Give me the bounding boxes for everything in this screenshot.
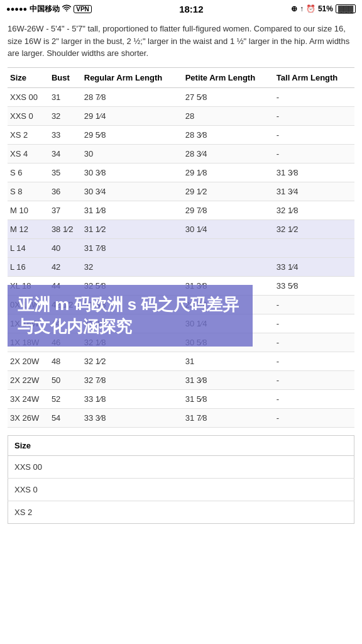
table-cell: 31 7⁄8 xyxy=(183,408,274,427)
table-row: XS 23329 5⁄828 3⁄8- xyxy=(8,125,354,144)
table-cell: 30 xyxy=(82,144,183,163)
table-cell: - xyxy=(274,314,354,333)
second-table: Size XXS 00XXS 0XS 2 xyxy=(8,435,354,524)
location-icon: ⊕ xyxy=(291,4,297,13)
table-row: XXS 03229 1⁄428- xyxy=(8,106,354,125)
table-cell: 31 xyxy=(49,87,82,106)
table-cell: 3X 24W xyxy=(8,389,49,408)
table-row: L 144031 7⁄8 xyxy=(8,238,354,257)
table-cell: 28 xyxy=(183,106,274,125)
table-cell: 32 1⁄2 xyxy=(274,219,354,238)
table-cell: - xyxy=(274,352,354,370)
table-row: 3X 24W5233 1⁄831 5⁄8- xyxy=(8,389,354,408)
table-cell: - xyxy=(274,295,354,314)
main-content: 16W-26W - 5'4" - 5'7" tall, proportioned… xyxy=(0,18,362,524)
carrier-label: 中国移动 xyxy=(30,4,60,14)
table-cell: 42 xyxy=(49,257,82,276)
list-item: XXS 00 xyxy=(8,455,354,478)
table-cell: 35 xyxy=(49,163,82,182)
list-item: XS 2 xyxy=(8,501,354,523)
table-cell: - xyxy=(274,408,354,427)
table-cell: 36 xyxy=(49,182,82,201)
table-cell: 31 3⁄8 xyxy=(274,163,354,182)
signal-dots: ●●●●● xyxy=(6,5,27,13)
table-cell: - xyxy=(274,370,354,389)
table-cell: 40 xyxy=(49,238,82,257)
table-row: M 103731 1⁄829 7⁄832 1⁄8 xyxy=(8,201,354,219)
col-bust: Bust xyxy=(49,67,82,87)
table-cell: - xyxy=(274,333,354,352)
table-cell: 29 1⁄4 xyxy=(82,106,183,125)
table-cell: 50 xyxy=(49,370,82,389)
table-cell: 30 1⁄4 xyxy=(183,219,274,238)
table-cell: M 12 xyxy=(8,219,49,238)
table-row: L 16423233 1⁄4 xyxy=(8,257,354,276)
table-cell: 33 3⁄8 xyxy=(82,408,183,427)
table-cell: L 16 xyxy=(8,257,49,276)
battery-label: 51% xyxy=(318,4,333,13)
table-cell: - xyxy=(274,389,354,408)
col-petite: Petite Arm Length xyxy=(183,67,274,87)
table-cell: 33 5⁄8 xyxy=(274,276,354,295)
table-cell: 29 1⁄8 xyxy=(183,163,274,182)
table-cell: 28 7⁄8 xyxy=(82,87,183,106)
table-cell: 54 xyxy=(49,408,82,427)
table-row: 2X 22W5032 7⁄831 3⁄8- xyxy=(8,370,354,389)
overlay-banner: 亚洲 m 码欧洲 s 码之尺码差异与文化内涵探究 xyxy=(8,285,253,347)
table-cell: XXS 0 xyxy=(8,106,49,125)
table-cell: 33 1⁄4 xyxy=(274,257,354,276)
table-cell xyxy=(183,238,274,257)
table-cell: 37 xyxy=(49,201,82,219)
table-cell: M 10 xyxy=(8,201,49,219)
table-cell: 52 xyxy=(49,389,82,408)
table-cell: 28 3⁄8 xyxy=(183,125,274,144)
table-cell: 30 3⁄4 xyxy=(82,182,183,201)
table-wrapper: 亚洲 m 码欧洲 s 码之尺码差异与文化内涵探究 Size Bust Regul… xyxy=(8,67,354,428)
table-cell: XS 2 xyxy=(8,125,49,144)
status-right: ⊕ ↑ ⏰ 51% ▓▓▓ xyxy=(291,4,356,13)
status-left: ●●●●● 中国移动 VPN xyxy=(6,4,92,14)
table-cell: 31 1⁄8 xyxy=(82,201,183,219)
table-cell: S 8 xyxy=(8,182,49,201)
second-table-header: Size xyxy=(8,435,354,455)
table-cell: 30 3⁄8 xyxy=(82,163,183,182)
table-cell xyxy=(274,238,354,257)
description-text: 16W-26W - 5'4" - 5'7" tall, proportioned… xyxy=(8,23,354,60)
table-row: XS 4343028 3⁄4- xyxy=(8,144,354,163)
table-cell: 32 7⁄8 xyxy=(82,370,183,389)
table-row: M 1238 1⁄231 1⁄230 1⁄432 1⁄2 xyxy=(8,219,354,238)
col-regular: Regular Arm Length xyxy=(82,67,183,87)
col-tall: Tall Arm Length xyxy=(274,67,354,87)
table-cell: L 14 xyxy=(8,238,49,257)
wifi-icon xyxy=(62,4,71,13)
table-cell: 29 1⁄2 xyxy=(183,182,274,201)
table-row: S 83630 3⁄429 1⁄231 3⁄4 xyxy=(8,182,354,201)
battery-icon: ▓▓▓ xyxy=(336,4,356,13)
table-cell: XXS 00 xyxy=(8,87,49,106)
table-cell: 2X 20W xyxy=(8,352,49,370)
vpn-badge: VPN xyxy=(74,5,92,13)
table-row: 2X 20W4832 1⁄231- xyxy=(8,352,354,370)
table-cell: 3X 26W xyxy=(8,408,49,427)
status-bar: ●●●●● 中国移动 VPN 18:12 ⊕ ↑ ⏰ 51% ▓▓▓ xyxy=(0,0,362,18)
table-cell: 32 1⁄2 xyxy=(82,352,183,370)
table-cell: 2X 22W xyxy=(8,370,49,389)
table-cell: XS 4 xyxy=(8,144,49,163)
table-cell: - xyxy=(274,144,354,163)
table-cell: 29 7⁄8 xyxy=(183,201,274,219)
col-size: Size xyxy=(8,67,49,87)
table-cell: 28 3⁄4 xyxy=(183,144,274,163)
table-cell: 48 xyxy=(49,352,82,370)
table-cell: 32 1⁄8 xyxy=(274,201,354,219)
table-cell: 31 xyxy=(183,352,274,370)
table-cell: 33 1⁄8 xyxy=(82,389,183,408)
table-cell xyxy=(183,257,274,276)
table-cell: 32 xyxy=(49,106,82,125)
table-cell: 31 3⁄4 xyxy=(274,182,354,201)
table-cell: - xyxy=(274,125,354,144)
table-cell: S 6 xyxy=(8,163,49,182)
arrow-icon: ↑ xyxy=(300,4,304,13)
table-row: S 63530 3⁄829 1⁄831 3⁄8 xyxy=(8,163,354,182)
table-cell: 31 3⁄8 xyxy=(183,370,274,389)
table-cell: 34 xyxy=(49,144,82,163)
